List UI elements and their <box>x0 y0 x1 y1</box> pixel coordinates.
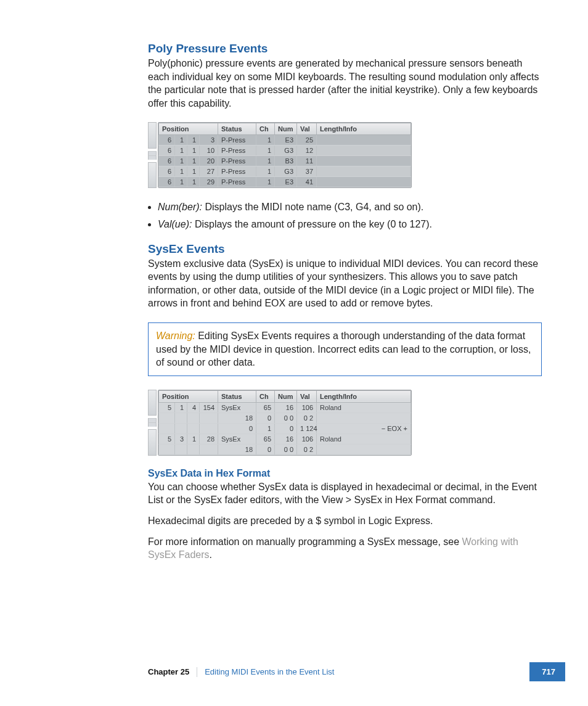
th-val[interactable]: Val <box>297 390 317 402</box>
para-hex-3a: For more information on manually program… <box>148 536 462 547</box>
th-status[interactable]: Status <box>218 390 256 402</box>
list-item: Num(ber): Displays the MIDI note name (C… <box>158 200 542 214</box>
footer-divider <box>197 667 197 677</box>
scroll-up[interactable] <box>148 122 157 149</box>
th-info[interactable]: Length/Info <box>317 390 411 402</box>
bullet-text-val: Displays the amount of pressure on the k… <box>192 219 432 229</box>
para-hex-2: Hexadecimal digits are preceded by a $ s… <box>148 514 542 528</box>
bullet-label-num: Num(ber): <box>158 202 202 212</box>
para-hex-3: For more information on manually program… <box>148 535 542 562</box>
footer-page-number: 717 <box>529 662 565 681</box>
warning-callout: Warning: Editing SysEx Events requires a… <box>148 322 542 376</box>
scroll-gutter[interactable] <box>148 390 157 456</box>
th-ch[interactable]: Ch <box>256 390 275 402</box>
event-list-frame: Position Status Ch Num Val Length/Info 5… <box>158 390 412 456</box>
warning-text: Editing SysEx Events requires a thorough… <box>156 330 531 367</box>
table-row[interactable]: 0 1 0 1 124 − EOX + <box>159 423 411 433</box>
event-list-table-sysex: Position Status Ch Num Val Length/Info 5… <box>148 390 542 456</box>
event-list-table-poly: Position Status Ch Num Val Length/Info 6… <box>148 122 542 188</box>
scroll-up[interactable] <box>148 390 157 416</box>
event-list[interactable]: Position Status Ch Num Val Length/Info 5… <box>158 390 411 455</box>
para-hex-1: You can choose whether SysEx data is dis… <box>148 480 542 507</box>
th-val[interactable]: Val <box>297 123 317 135</box>
page-footer: Chapter 25 Editing MIDI Events in the Ev… <box>148 638 542 681</box>
footer-title: Editing MIDI Events in the Event List <box>205 667 334 676</box>
table-row[interactable]: 5 1 4 154 SysEx 65 16 106 Roland <box>159 402 411 413</box>
th-ch[interactable]: Ch <box>256 123 275 135</box>
table-row[interactable]: 6 1 1 29 P-Press 1 E3 41 <box>159 177 411 187</box>
table-row[interactable]: 5 3 1 28 SysEx 65 16 106 Roland <box>159 433 411 444</box>
table-row[interactable]: 18 0 0 0 0 2 <box>159 444 411 454</box>
list-item: Val(ue): Displays the amount of pressure… <box>158 218 542 231</box>
table-row[interactable]: 6 1 1 27 P-Press 1 G3 37 <box>159 166 411 177</box>
scroll-gutter[interactable] <box>148 122 157 188</box>
th-num[interactable]: Num <box>275 390 297 402</box>
scroll-handle-down[interactable] <box>148 155 157 160</box>
table-row[interactable]: 6 1 1 10 P-Press 1 G3 12 <box>159 146 411 156</box>
table-row[interactable]: 6 1 1 20 P-Press 1 B3 11 <box>159 156 411 166</box>
th-info[interactable]: Length/Info <box>317 123 411 135</box>
bullet-label-val: Val(ue): <box>158 219 192 229</box>
warning-label: Warning: <box>156 330 195 341</box>
th-status[interactable]: Status <box>218 123 256 135</box>
scroll-handle-down[interactable] <box>148 422 157 427</box>
eox-control[interactable]: − EOX + <box>382 425 407 432</box>
th-position[interactable]: Position <box>159 390 218 402</box>
table-row[interactable]: 18 0 0 0 0 2 <box>159 413 411 423</box>
table-row[interactable]: 6 1 1 3 P-Press 1 E3 25 <box>159 135 411 146</box>
event-list[interactable]: Position Status Ch Num Val Length/Info 6… <box>158 123 411 187</box>
para-poly-intro: Poly(phonic) pressure events are generat… <box>148 57 542 110</box>
footer-chapter: Chapter 25 <box>148 667 189 676</box>
scroll-handle-up[interactable] <box>148 151 157 155</box>
para-sysex-intro: System exclusive data (SysEx) is unique … <box>148 257 542 310</box>
para-hex-3b: . <box>210 549 212 560</box>
th-position[interactable]: Position <box>159 123 218 135</box>
bullet-list: Num(ber): Displays the MIDI note name (C… <box>148 200 542 231</box>
heading-hex: SysEx Data in Hex Format <box>148 468 542 479</box>
scroll-down[interactable] <box>148 429 157 456</box>
heading-sysex: SysEx Events <box>148 242 542 256</box>
scroll-handle-up[interactable] <box>148 418 157 422</box>
bullet-text-num: Displays the MIDI note name (C3, G4, and… <box>202 202 423 212</box>
scroll-down[interactable] <box>148 162 157 189</box>
heading-poly: Poly Pressure Events <box>148 42 542 55</box>
th-num[interactable]: Num <box>275 123 297 135</box>
event-list-frame: Position Status Ch Num Val Length/Info 6… <box>158 122 412 188</box>
